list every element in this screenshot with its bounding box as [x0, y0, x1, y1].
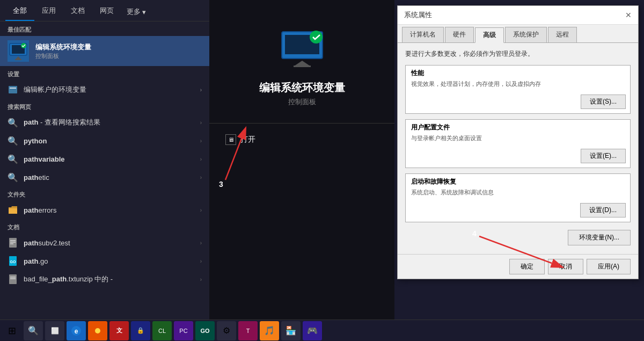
- app-teal-icon[interactable]: GO: [195, 321, 215, 340]
- startup-settings-button[interactable]: 设置(D)...: [580, 203, 626, 217]
- preview-subtitle: 控制面板: [288, 97, 316, 107]
- doc-icon-1: GO: [8, 256, 18, 266]
- setting-item-account-env[interactable]: 编辑帐户的环境变量 ›: [0, 81, 209, 99]
- user-profiles-title: 用户配置文件: [406, 120, 630, 133]
- user-profiles-desc: 与登录帐户相关的桌面设置: [406, 133, 630, 147]
- search-icon-0: 🔍: [8, 117, 18, 128]
- open-icon: 🖥: [225, 134, 236, 145]
- dialog-tabs: 计算机名 硬件 高级 系统保护 远程: [398, 25, 638, 43]
- folder-text-0: patherrors: [24, 206, 195, 214]
- doc-item-1[interactable]: GO path.go ›: [0, 252, 209, 270]
- tab-all[interactable]: 全部: [5, 2, 34, 21]
- search-web-item-0[interactable]: 🔍 path - 查看网络搜索结果 ›: [0, 113, 209, 132]
- performance-title: 性能: [406, 66, 630, 79]
- best-match-subtitle: 控制面板: [35, 52, 91, 60]
- svg-point-29: [95, 328, 100, 333]
- edge-icon[interactable]: e: [67, 321, 86, 340]
- best-match-text: 编辑系统环境变量 控制面板: [35, 42, 91, 60]
- search-web-item-1[interactable]: 🔍 python ›: [0, 132, 209, 150]
- app-red-icon[interactable]: 文: [109, 321, 129, 340]
- folder-item-0[interactable]: patherrors ›: [0, 201, 209, 219]
- settings-icon: [8, 84, 18, 95]
- ok-button[interactable]: 确定: [509, 259, 545, 274]
- svg-rect-19: [294, 66, 311, 67]
- doc-icon-0: [8, 237, 18, 248]
- search-web-item-2[interactable]: 🔍 pathvariable ›: [0, 150, 209, 168]
- documents-label: 文档: [0, 219, 209, 234]
- tab-more[interactable]: 更多 ▾: [121, 3, 151, 21]
- folder-icon-0: [8, 205, 18, 215]
- svg-point-20: [310, 31, 323, 43]
- open-label: 打开: [240, 135, 255, 144]
- preview-icon: [281, 27, 324, 70]
- search-web-item-3[interactable]: 🔍 pathetic ›: [0, 168, 209, 186]
- firefox-icon[interactable]: [88, 321, 107, 340]
- user-profiles-settings-button[interactable]: 设置(E)...: [581, 149, 626, 163]
- chevron-right-icon-doc0: ›: [200, 240, 202, 246]
- tab-apps[interactable]: 应用: [34, 2, 63, 21]
- app-misc-icon[interactable]: ⚙: [217, 321, 236, 340]
- svg-text:GO: GO: [10, 260, 16, 264]
- chevron-right-icon-doc1: ›: [200, 258, 202, 264]
- close-icon[interactable]: ✕: [625, 11, 632, 19]
- startup-title: 启动和故障恢复: [406, 174, 630, 187]
- apply-button[interactable]: 应用(A): [587, 259, 631, 274]
- dialog-footer: 确定 取消 应用(A): [398, 254, 638, 279]
- chevron-right-icon-web2: ›: [200, 156, 202, 162]
- taskview-button[interactable]: ⬜: [45, 321, 64, 340]
- search-web-text-3: pathetic: [24, 173, 195, 182]
- svg-marker-2: [16, 56, 21, 59]
- open-button[interactable]: 🖥 打开: [209, 134, 255, 145]
- doc-item-0[interactable]: pathsubv2.test ›: [0, 234, 209, 252]
- dialog-titlebar: 系统属性 ✕: [398, 6, 638, 25]
- tab-remote[interactable]: 远程: [548, 27, 577, 42]
- tab-hardware[interactable]: 硬件: [445, 27, 474, 42]
- preview-divider: [209, 123, 394, 124]
- svg-rect-5: [9, 86, 17, 93]
- search-web-text-1: python: [24, 137, 195, 145]
- store-icon[interactable]: 🏪: [281, 321, 301, 340]
- doc-text-2: bad_file_path.txtunzip 中的 -: [24, 274, 195, 284]
- app-green-icon[interactable]: CL: [152, 321, 172, 340]
- tab-system-protection[interactable]: 系统保护: [505, 27, 547, 42]
- search-tabs: 全部 应用 文档 网页 更多 ▾: [0, 0, 209, 21]
- best-match-label: 最佳匹配: [0, 21, 209, 36]
- search-icon-1: 🔍: [8, 135, 18, 146]
- performance-group: 性能 视觉效果，处理器计划，内存使用，以及虚拟内存 设置(S)...: [405, 65, 631, 114]
- app-purple-icon[interactable]: PC: [174, 321, 193, 340]
- app-blue-icon[interactable]: 🔒: [131, 321, 150, 340]
- tab-advanced[interactable]: 高级: [475, 27, 504, 43]
- cancel-button[interactable]: 取消: [548, 259, 583, 274]
- system-properties-dialog: 系统属性 ✕ 计算机名 硬件 高级 系统保护 远程 要进行大多数更改，你必须作为…: [397, 5, 639, 279]
- app-violet-icon[interactable]: 🎮: [303, 321, 322, 340]
- svg-rect-3: [15, 59, 21, 60]
- tab-web[interactable]: 网页: [92, 2, 121, 21]
- env-variables-button[interactable]: 环境变量(N)...: [568, 230, 631, 245]
- tab-docs[interactable]: 文档: [63, 2, 92, 21]
- chevron-right-icon-web0: ›: [200, 120, 202, 126]
- admin-note: 要进行大多数更改，你必须作为管理员登录。: [405, 49, 631, 59]
- svg-rect-7: [9, 238, 17, 248]
- preview-title: 编辑系统环境变量: [259, 81, 345, 95]
- best-match-app-icon: [8, 40, 29, 62]
- doc-item-2[interactable]: bad_file_path.txtunzip 中的 - ›: [0, 270, 209, 288]
- search-icon-3: 🔍: [8, 172, 18, 183]
- search-panel: 全部 应用 文档 网页 更多 ▾ 最佳匹配 编辑系统环境变量 控制面板: [0, 0, 209, 322]
- doc-icon-2: [8, 274, 18, 285]
- startup-desc: 系统启动、系统故障和调试信息: [406, 187, 630, 201]
- start-button[interactable]: ⊞: [2, 321, 21, 340]
- search-taskbar-button[interactable]: 🔍: [24, 321, 43, 340]
- tab-computer-name[interactable]: 计算机名: [402, 27, 444, 42]
- taskbar: ⊞ 🔍 ⬜ e 文 🔒 CL PC GO ⚙ T 🎵 🏪 🎮: [0, 320, 644, 341]
- app-orange-icon[interactable]: 🎵: [260, 321, 279, 340]
- best-match-item[interactable]: 编辑系统环境变量 控制面板: [0, 36, 209, 66]
- chevron-right-icon-web1: ›: [200, 138, 202, 144]
- doc-text-1: path.go: [24, 257, 195, 265]
- startup-group: 启动和故障恢复 系统启动、系统故障和调试信息 设置(D)...: [405, 173, 631, 222]
- app-pink-icon[interactable]: T: [238, 321, 258, 340]
- search-web-text-2: pathvariable: [24, 155, 195, 163]
- search-web-text-0: path - 查看网络搜索结果: [24, 118, 195, 127]
- performance-settings-button[interactable]: 设置(S)...: [581, 95, 626, 109]
- svg-rect-13: [9, 274, 17, 284]
- preview-panel: 编辑系统环境变量 控制面板 🖥 打开: [209, 0, 394, 322]
